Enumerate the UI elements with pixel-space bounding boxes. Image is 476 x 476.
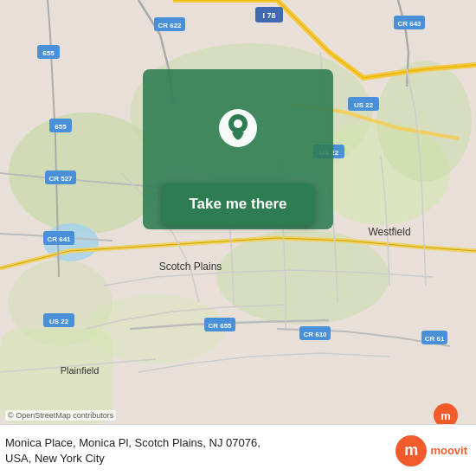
svg-point-42: [234, 119, 242, 128]
svg-text:Plainfield: Plainfield: [61, 365, 100, 376]
svg-text:655: 655: [42, 49, 55, 57]
moovit-logo: m moovit: [396, 435, 467, 466]
address-line1: Monica Place, Monica Pl, Scotch Plains, …: [5, 436, 261, 449]
svg-text:CR 641: CR 641: [47, 235, 71, 243]
map-container: I 78 CR 622 CR 643 655 655 US 22 US 22 C…: [0, 0, 476, 424]
take-me-there-button[interactable]: Take me there: [161, 183, 314, 225]
svg-text:Scotch Plains: Scotch Plains: [159, 261, 222, 273]
footer-bar: Monica Place, Monica Pl, Scotch Plains, …: [0, 424, 476, 476]
map-attribution: © OpenStreetMap contributors: [5, 410, 116, 421]
svg-text:I 78: I 78: [262, 11, 275, 20]
moovit-text: moovit: [430, 444, 467, 457]
svg-text:US 22: US 22: [49, 318, 69, 325]
moovit-icon: m: [396, 435, 427, 466]
svg-text:CR 61: CR 61: [425, 335, 445, 343]
svg-text:CR 610: CR 610: [303, 331, 327, 338]
svg-text:655: 655: [55, 123, 67, 131]
svg-text:CR 527: CR 527: [48, 175, 73, 183]
overlay-button-container: Take me there: [161, 192, 314, 225]
svg-text:US 22: US 22: [354, 101, 374, 109]
footer-address: Monica Place, Monica Pl, Scotch Plains, …: [5, 435, 396, 466]
svg-point-6: [376, 61, 472, 182]
svg-text:CR 655: CR 655: [208, 322, 232, 330]
svg-text:CR 643: CR 643: [397, 20, 421, 28]
svg-text:Westfield: Westfield: [368, 226, 410, 238]
svg-text:m: m: [441, 409, 451, 422]
address-line2: USA, New York City: [5, 452, 105, 465]
svg-text:CR 622: CR 622: [158, 22, 182, 29]
